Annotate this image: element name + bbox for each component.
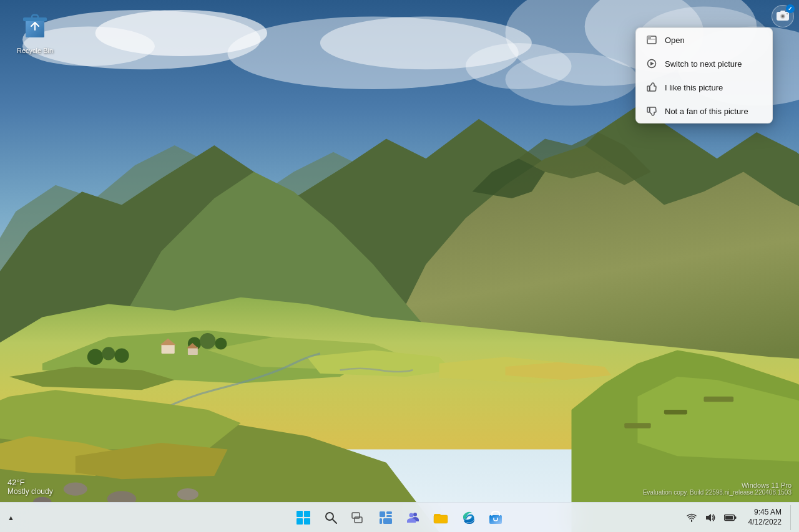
- wifi-icon: [687, 513, 697, 523]
- svg-marker-24: [506, 362, 612, 380]
- search-button[interactable]: [320, 506, 342, 529]
- volume-icon: [705, 513, 715, 523]
- battery-icon: [724, 514, 737, 521]
- svg-marker-20: [208, 337, 406, 370]
- svg-rect-74: [386, 515, 392, 517]
- open-icon: [646, 34, 657, 46]
- svg-rect-72: [380, 511, 385, 517]
- svg-marker-43: [187, 343, 199, 348]
- spotlight-button[interactable]: ✓: [772, 5, 794, 27]
- svg-rect-40: [162, 344, 175, 354]
- svg-rect-31: [624, 423, 650, 428]
- svg-point-35: [102, 347, 115, 360]
- svg-rect-66: [297, 518, 303, 525]
- weather-widget: 42°F Mostly cloudy: [7, 478, 53, 496]
- svg-rect-51: [32, 15, 38, 19]
- recycle-bin[interactable]: Recycle Bin: [12, 10, 57, 58]
- start-button[interactable]: [292, 506, 315, 529]
- svg-rect-75: [380, 518, 382, 524]
- store-icon: [489, 511, 502, 525]
- svg-point-55: [782, 16, 783, 17]
- teams-icon: [406, 510, 421, 525]
- clock-time: 9:45 AM: [754, 508, 782, 518]
- svg-rect-32: [664, 410, 687, 414]
- svg-point-46: [177, 488, 199, 500]
- show-desktop-button[interactable]: [790, 505, 794, 530]
- svg-point-78: [409, 513, 414, 517]
- menu-item-switch-next[interactable]: Switch to next picture: [636, 52, 772, 75]
- taskbar: ▲: [0, 502, 799, 532]
- edge-button[interactable]: [457, 506, 479, 529]
- context-menu: Open Switch to next picture I like this …: [635, 27, 773, 123]
- recycle-bin-icon: [23, 14, 47, 44]
- menu-item-not-fan[interactable]: Not a fan of this picture: [636, 99, 772, 123]
- menu-item-open[interactable]: Open: [636, 28, 772, 52]
- svg-rect-42: [188, 347, 198, 355]
- svg-marker-19: [42, 331, 373, 384]
- watermark-title: Windows 11 Pro: [643, 481, 792, 489]
- svg-rect-63: [647, 107, 650, 112]
- recycle-bin-label: Recycle Bin: [17, 47, 53, 54]
- task-view-button[interactable]: [347, 506, 370, 529]
- store-button[interactable]: [484, 506, 507, 529]
- svg-marker-82: [706, 514, 711, 521]
- watermark-build: Evaluation copy. Build 22598.ni_release.…: [643, 489, 792, 496]
- edge-icon: [461, 511, 475, 525]
- next-picture-icon: [646, 58, 657, 69]
- search-icon: [324, 511, 338, 525]
- svg-point-38: [200, 333, 215, 349]
- svg-marker-23: [439, 357, 585, 383]
- taskbar-center: [292, 506, 507, 529]
- svg-marker-22: [307, 351, 453, 377]
- svg-marker-28: [76, 443, 228, 479]
- cloud-2: [240, 27, 552, 102]
- file-explorer-icon: [433, 511, 448, 525]
- clock-button[interactable]: 9:45 AM 4/12/2022: [743, 506, 787, 528]
- svg-point-44: [64, 483, 87, 496]
- task-view-icon: [351, 511, 365, 525]
- svg-point-57: [787, 13, 788, 14]
- svg-rect-76: [383, 518, 392, 524]
- svg-marker-26: [0, 390, 241, 449]
- taskbar-right: 9:45 AM 4/12/2022: [684, 505, 794, 530]
- volume-icon-button[interactable]: [703, 511, 718, 524]
- battery-icon-button[interactable]: [722, 513, 739, 523]
- menu-item-like[interactable]: I like this picture: [636, 75, 772, 99]
- svg-line-69: [333, 520, 336, 523]
- weather-temperature: 42°F: [7, 478, 53, 487]
- windows-logo-icon: [296, 510, 311, 525]
- svg-marker-30: [637, 377, 799, 463]
- clock-date: 4/12/2022: [748, 518, 782, 528]
- svg-rect-73: [386, 511, 392, 514]
- weather-condition: Mostly cloudy: [7, 487, 53, 496]
- svg-rect-33: [703, 397, 733, 402]
- svg-rect-67: [304, 518, 310, 525]
- like-icon: [646, 82, 657, 93]
- svg-point-37: [188, 337, 201, 350]
- svg-marker-56: [780, 11, 785, 12]
- show-hidden-icons-button[interactable]: ▲: [5, 513, 17, 523]
- svg-rect-65: [304, 511, 310, 517]
- teams-button[interactable]: [402, 506, 424, 529]
- svg-point-34: [87, 349, 103, 364]
- widgets-button[interactable]: [375, 506, 397, 529]
- svg-rect-85: [735, 516, 737, 519]
- svg-marker-41: [160, 339, 175, 346]
- svg-rect-62: [647, 86, 650, 91]
- wifi-icon-button[interactable]: [684, 511, 699, 524]
- dislike-icon: [646, 105, 657, 117]
- desktop: Recycle Bin ✓ Open: [0, 0, 799, 532]
- svg-point-39: [215, 337, 227, 349]
- svg-marker-21: [9, 367, 175, 390]
- windows-watermark: Windows 11 Pro Evaluation copy. Build 22…: [643, 481, 792, 496]
- svg-marker-27: [0, 436, 122, 476]
- svg-point-77: [413, 513, 417, 516]
- svg-rect-81: [489, 515, 502, 524]
- svg-marker-18: [0, 297, 799, 450]
- file-explorer-button[interactable]: [429, 506, 452, 529]
- svg-rect-59: [647, 36, 651, 39]
- svg-point-36: [114, 348, 129, 362]
- svg-rect-64: [297, 511, 303, 517]
- svg-rect-84: [725, 516, 733, 520]
- widgets-icon: [379, 511, 393, 525]
